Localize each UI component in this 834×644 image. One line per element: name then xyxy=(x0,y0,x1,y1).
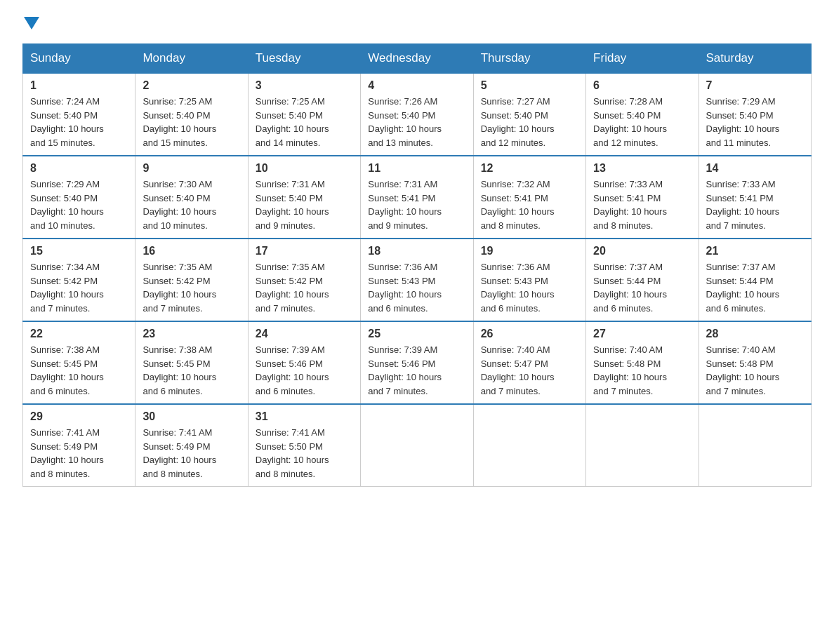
day-info: Sunrise: 7:37 AMSunset: 5:44 PMDaylight:… xyxy=(593,260,691,315)
day-number: 1 xyxy=(30,79,128,92)
day-number: 7 xyxy=(706,79,804,92)
calendar-header-tuesday: Tuesday xyxy=(248,44,360,74)
day-info: Sunrise: 7:40 AMSunset: 5:47 PMDaylight:… xyxy=(481,343,578,398)
day-number: 30 xyxy=(143,410,240,423)
calendar-cell: 15Sunrise: 7:34 AMSunset: 5:42 PMDayligh… xyxy=(23,239,135,321)
day-number: 17 xyxy=(256,245,353,257)
day-info: Sunrise: 7:31 AMSunset: 5:41 PMDaylight:… xyxy=(368,177,465,232)
day-number: 18 xyxy=(368,245,465,257)
calendar-cell: 28Sunrise: 7:40 AMSunset: 5:48 PMDayligh… xyxy=(699,321,811,404)
calendar-header-saturday: Saturday xyxy=(699,44,811,74)
calendar-header-monday: Monday xyxy=(135,44,248,74)
day-info: Sunrise: 7:31 AMSunset: 5:40 PMDaylight:… xyxy=(256,177,353,232)
day-info: Sunrise: 7:39 AMSunset: 5:46 PMDaylight:… xyxy=(368,343,465,398)
calendar-body: 1Sunrise: 7:24 AMSunset: 5:40 PMDaylight… xyxy=(23,73,812,487)
calendar-cell: 7Sunrise: 7:29 AMSunset: 5:40 PMDaylight… xyxy=(699,73,811,156)
calendar-cell: 31Sunrise: 7:41 AMSunset: 5:50 PMDayligh… xyxy=(248,404,360,487)
day-info: Sunrise: 7:26 AMSunset: 5:40 PMDaylight:… xyxy=(368,95,465,149)
day-info: Sunrise: 7:41 AMSunset: 5:50 PMDaylight:… xyxy=(256,426,353,481)
calendar-cell: 13Sunrise: 7:33 AMSunset: 5:41 PMDayligh… xyxy=(586,156,699,239)
calendar-cell: 11Sunrise: 7:31 AMSunset: 5:41 PMDayligh… xyxy=(361,156,473,239)
calendar-cell: 12Sunrise: 7:32 AMSunset: 5:41 PMDayligh… xyxy=(473,156,585,239)
calendar-cell: 6Sunrise: 7:28 AMSunset: 5:40 PMDaylight… xyxy=(586,73,699,156)
day-number: 15 xyxy=(30,245,128,257)
day-number: 20 xyxy=(593,245,691,257)
day-number: 21 xyxy=(706,245,804,257)
day-info: Sunrise: 7:25 AMSunset: 5:40 PMDaylight:… xyxy=(256,95,353,149)
day-info: Sunrise: 7:33 AMSunset: 5:41 PMDaylight:… xyxy=(593,177,691,232)
day-number: 26 xyxy=(481,328,578,340)
day-number: 10 xyxy=(256,162,353,175)
calendar-header-wednesday: Wednesday xyxy=(361,44,473,74)
day-info: Sunrise: 7:40 AMSunset: 5:48 PMDaylight:… xyxy=(706,343,804,398)
day-number: 13 xyxy=(593,162,691,175)
day-info: Sunrise: 7:41 AMSunset: 5:49 PMDaylight:… xyxy=(30,426,128,481)
calendar-cell: 19Sunrise: 7:36 AMSunset: 5:43 PMDayligh… xyxy=(473,239,585,321)
calendar-cell: 30Sunrise: 7:41 AMSunset: 5:49 PMDayligh… xyxy=(135,404,248,487)
logo-triangle-icon xyxy=(24,17,39,29)
calendar-cell: 10Sunrise: 7:31 AMSunset: 5:40 PMDayligh… xyxy=(248,156,360,239)
day-info: Sunrise: 7:41 AMSunset: 5:49 PMDaylight:… xyxy=(143,426,240,481)
calendar-cell: 4Sunrise: 7:26 AMSunset: 5:40 PMDaylight… xyxy=(361,73,473,156)
day-info: Sunrise: 7:24 AMSunset: 5:40 PMDaylight:… xyxy=(30,95,128,149)
day-info: Sunrise: 7:28 AMSunset: 5:40 PMDaylight:… xyxy=(593,95,691,149)
calendar-cell xyxy=(586,404,699,487)
day-number: 22 xyxy=(30,328,128,340)
day-number: 19 xyxy=(481,245,578,257)
calendar-cell: 21Sunrise: 7:37 AMSunset: 5:44 PMDayligh… xyxy=(699,239,811,321)
calendar-cell: 3Sunrise: 7:25 AMSunset: 5:40 PMDaylight… xyxy=(248,73,360,156)
day-info: Sunrise: 7:38 AMSunset: 5:45 PMDaylight:… xyxy=(143,343,240,398)
calendar-week-row: 1Sunrise: 7:24 AMSunset: 5:40 PMDaylight… xyxy=(23,73,812,156)
day-info: Sunrise: 7:35 AMSunset: 5:42 PMDaylight:… xyxy=(256,260,353,315)
calendar-cell: 26Sunrise: 7:40 AMSunset: 5:47 PMDayligh… xyxy=(473,321,585,404)
day-number: 14 xyxy=(706,162,804,175)
calendar-cell: 1Sunrise: 7:24 AMSunset: 5:40 PMDaylight… xyxy=(23,73,135,156)
day-number: 16 xyxy=(143,245,240,257)
calendar-header-sunday: Sunday xyxy=(23,44,135,74)
calendar-cell: 24Sunrise: 7:39 AMSunset: 5:46 PMDayligh… xyxy=(248,321,360,404)
calendar-table: SundayMondayTuesdayWednesdayThursdayFrid… xyxy=(22,43,812,487)
day-info: Sunrise: 7:34 AMSunset: 5:42 PMDaylight:… xyxy=(30,260,128,315)
calendar-cell: 29Sunrise: 7:41 AMSunset: 5:49 PMDayligh… xyxy=(23,404,135,487)
calendar-header: SundayMondayTuesdayWednesdayThursdayFrid… xyxy=(23,44,812,74)
calendar-cell: 17Sunrise: 7:35 AMSunset: 5:42 PMDayligh… xyxy=(248,239,360,321)
calendar-cell: 22Sunrise: 7:38 AMSunset: 5:45 PMDayligh… xyxy=(23,321,135,404)
day-number: 24 xyxy=(256,328,353,340)
page-header xyxy=(22,17,812,31)
calendar-cell: 8Sunrise: 7:29 AMSunset: 5:40 PMDaylight… xyxy=(23,156,135,239)
day-info: Sunrise: 7:36 AMSunset: 5:43 PMDaylight:… xyxy=(481,260,578,315)
day-number: 8 xyxy=(30,162,128,175)
calendar-cell: 20Sunrise: 7:37 AMSunset: 5:44 PMDayligh… xyxy=(586,239,699,321)
day-info: Sunrise: 7:39 AMSunset: 5:46 PMDaylight:… xyxy=(256,343,353,398)
day-number: 5 xyxy=(481,79,578,92)
calendar-cell: 2Sunrise: 7:25 AMSunset: 5:40 PMDaylight… xyxy=(135,73,248,156)
day-number: 11 xyxy=(368,162,465,175)
day-info: Sunrise: 7:38 AMSunset: 5:45 PMDaylight:… xyxy=(30,343,128,398)
calendar-header-thursday: Thursday xyxy=(473,44,585,74)
day-info: Sunrise: 7:27 AMSunset: 5:40 PMDaylight:… xyxy=(481,95,578,149)
day-info: Sunrise: 7:37 AMSunset: 5:44 PMDaylight:… xyxy=(706,260,804,315)
day-number: 31 xyxy=(256,410,353,423)
day-number: 28 xyxy=(706,328,804,340)
day-number: 2 xyxy=(143,79,240,92)
calendar-cell xyxy=(361,404,473,487)
calendar-cell xyxy=(699,404,811,487)
day-number: 9 xyxy=(143,162,240,175)
day-number: 23 xyxy=(143,328,240,340)
day-number: 3 xyxy=(256,79,353,92)
day-info: Sunrise: 7:40 AMSunset: 5:48 PMDaylight:… xyxy=(593,343,691,398)
day-info: Sunrise: 7:29 AMSunset: 5:40 PMDaylight:… xyxy=(706,95,804,149)
calendar-cell: 9Sunrise: 7:30 AMSunset: 5:40 PMDaylight… xyxy=(135,156,248,239)
calendar-header-friday: Friday xyxy=(586,44,699,74)
calendar-week-row: 22Sunrise: 7:38 AMSunset: 5:45 PMDayligh… xyxy=(23,321,812,404)
calendar-cell: 27Sunrise: 7:40 AMSunset: 5:48 PMDayligh… xyxy=(586,321,699,404)
calendar-week-row: 8Sunrise: 7:29 AMSunset: 5:40 PMDaylight… xyxy=(23,156,812,239)
day-info: Sunrise: 7:30 AMSunset: 5:40 PMDaylight:… xyxy=(143,177,240,232)
calendar-cell: 18Sunrise: 7:36 AMSunset: 5:43 PMDayligh… xyxy=(361,239,473,321)
day-info: Sunrise: 7:33 AMSunset: 5:41 PMDaylight:… xyxy=(706,177,804,232)
day-info: Sunrise: 7:35 AMSunset: 5:42 PMDaylight:… xyxy=(143,260,240,315)
day-number: 27 xyxy=(593,328,691,340)
day-number: 29 xyxy=(30,410,128,423)
calendar-cell: 16Sunrise: 7:35 AMSunset: 5:42 PMDayligh… xyxy=(135,239,248,321)
calendar-header-row: SundayMondayTuesdayWednesdayThursdayFrid… xyxy=(23,44,812,74)
